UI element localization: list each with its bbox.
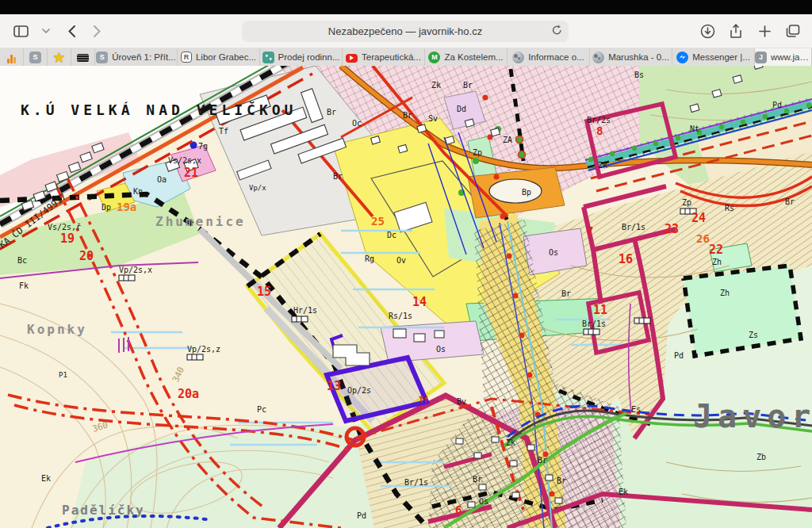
downloads-button[interactable] xyxy=(696,21,718,41)
map-label: Dc xyxy=(387,231,396,239)
map-label: Zp xyxy=(473,148,482,157)
map-label: Vs/2s,x xyxy=(168,156,201,165)
tab-label: Terapeutická... xyxy=(362,52,421,62)
map-label: 6 xyxy=(455,503,462,516)
address-bar[interactable]: Nezabezpečeno — javornik-ho.cz xyxy=(242,21,569,42)
map-label: Os xyxy=(549,248,558,257)
map-label: Zk xyxy=(506,438,515,447)
sidebar-toggle-button[interactable] xyxy=(10,21,32,41)
tab-3[interactable]: Terapeutická... xyxy=(343,48,425,66)
map-label: 24 xyxy=(691,211,706,225)
map-label: ZA xyxy=(503,136,512,144)
reload-icon[interactable] xyxy=(552,25,562,38)
tab-4[interactable]: MZa Kostelem... xyxy=(425,48,508,66)
map-label: Kn xyxy=(133,187,143,196)
mapy-icon: M xyxy=(428,52,440,63)
map-label: Fk xyxy=(19,281,29,290)
map-label: Tf xyxy=(419,396,428,404)
map-label: 22 xyxy=(709,243,723,257)
pinned-tab-analytics[interactable] xyxy=(0,48,24,66)
tab-5[interactable]: Informace o... xyxy=(508,48,590,66)
map-label: Br/1s xyxy=(582,319,606,328)
teal-app-icon xyxy=(262,52,274,63)
map-label: 11 xyxy=(593,303,607,317)
tab-label: Marushka - 0... xyxy=(608,52,669,62)
map-label: Bc xyxy=(17,256,27,265)
map-label: 20a xyxy=(178,387,199,401)
tab-1[interactable]: RLibor Grabec... xyxy=(178,48,260,66)
map-label: Hr/1s xyxy=(293,306,317,315)
map-label: 16 xyxy=(619,252,633,266)
map-label: Vp/x xyxy=(249,184,266,192)
map-label: Padělíčky xyxy=(62,503,145,518)
map-label: Br xyxy=(561,289,571,298)
zoning-map: K.Ú VELKÁ NAD VELIČKOUZASTÁVKA ČD III/49… xyxy=(0,66,812,528)
map-label: Br xyxy=(785,197,795,206)
map-label: P1 xyxy=(59,371,67,379)
map-label: Vs/2s,ř xyxy=(48,223,81,231)
map-label: Dd xyxy=(457,105,466,113)
map-label: Pd xyxy=(674,351,684,360)
browser-window: Nezabezpečeno — javornik-ho.cz S★SÚroveň… xyxy=(0,0,812,528)
forward-button[interactable] xyxy=(86,21,108,41)
tab-0[interactable]: SÚroveň 1: Přít... xyxy=(95,48,178,66)
map-label: 26 xyxy=(696,232,710,245)
print-icon xyxy=(77,54,89,62)
pinned-tab-s-badge[interactable]: S xyxy=(24,48,48,66)
map-label: Br/2s xyxy=(587,116,611,124)
tab-label: Libor Grabec... xyxy=(196,52,256,62)
map-label: 13 xyxy=(327,379,341,393)
map-label: 21 xyxy=(184,166,198,180)
map-label: Os xyxy=(479,497,488,506)
map-label: Bp xyxy=(522,188,531,197)
map-label: 7 xyxy=(587,224,593,237)
map-label: Vp/2s,z xyxy=(187,345,220,354)
map-label: Tf xyxy=(219,127,228,136)
share-button[interactable] xyxy=(725,21,747,41)
map-label: Es xyxy=(631,405,641,414)
map-label: Os xyxy=(436,345,446,354)
map-label: Nt xyxy=(690,124,699,133)
map-label: 15 xyxy=(257,285,271,299)
map-label: Pd xyxy=(357,511,366,520)
map-label: Br xyxy=(473,475,482,484)
pinned-tab-star[interactable]: ★ xyxy=(48,48,71,66)
tab-label: Za Kostelem... xyxy=(444,52,503,62)
map-label: Zp xyxy=(682,198,691,207)
address-text: Nezabezpečeno — javornik-ho.cz xyxy=(328,25,482,37)
tab-8[interactable]: Jwww.javornik... xyxy=(755,48,812,66)
map-label: Zs xyxy=(749,331,758,339)
map-label: Br/1s xyxy=(622,223,645,231)
map-label: Br xyxy=(327,108,336,117)
new-tab-button[interactable] xyxy=(753,21,776,41)
back-button[interactable] xyxy=(60,21,82,41)
map-label: Ov xyxy=(396,256,406,265)
map-label: Pd xyxy=(772,101,782,109)
map-label: Op/2s xyxy=(347,386,371,395)
map-viewport[interactable]: K.Ú VELKÁ NAD VELIČKOUZASTÁVKA ČD III/49… xyxy=(0,66,812,528)
tab-overview-button[interactable] xyxy=(782,21,804,41)
map-label: Pc xyxy=(257,405,266,414)
map-label: 14 xyxy=(412,295,427,309)
map-label: Br xyxy=(333,172,343,181)
map-label: 7g xyxy=(198,142,208,151)
tab-2[interactable]: Prodej rodinn... xyxy=(260,48,343,66)
browser-toolbar: Nezabezpečeno — javornik-ho.cz xyxy=(0,14,812,48)
map-label: 8 xyxy=(596,124,603,137)
tab-7[interactable]: Messenger |... xyxy=(672,48,755,66)
map-label: Sv xyxy=(428,114,438,123)
map-label: Br xyxy=(557,476,566,485)
map-label: Rs xyxy=(725,204,734,212)
map-label: Vp/2s,x xyxy=(119,266,152,274)
globe-icon xyxy=(592,52,604,63)
j-badge-icon: J xyxy=(755,52,767,63)
pinned-tab-print[interactable] xyxy=(71,48,95,66)
map-label: Br xyxy=(538,456,547,465)
tab-label: Úroveň 1: Přít... xyxy=(112,52,176,62)
tab-6[interactable]: Marushka - 0... xyxy=(590,48,672,66)
map-label: Zhumenice xyxy=(155,214,246,229)
analytics-icon xyxy=(6,52,17,63)
map-label: 23 xyxy=(665,222,679,236)
sidebar-chevron-icon[interactable] xyxy=(35,21,57,41)
tab-label: www.javornik... xyxy=(771,52,811,62)
